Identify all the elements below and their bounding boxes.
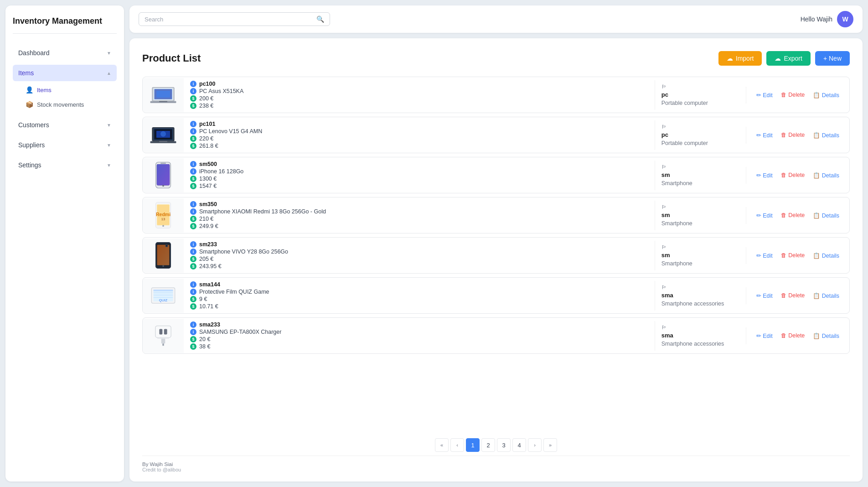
page-last-btn[interactable]: » (543, 438, 557, 452)
stock-movements-icon: 📦 (26, 101, 33, 108)
product-price2: 38 € (199, 343, 210, 350)
page-prev-btn[interactable]: ‹ (450, 438, 464, 452)
product-code: sm233 (199, 241, 217, 248)
edit-button[interactable]: ✏ Edit (754, 171, 775, 180)
svg-rect-15 (157, 164, 170, 186)
category-code: sma (661, 332, 739, 339)
sidebar-item-settings[interactable]: Settings ▼ (13, 157, 117, 173)
sidebar-sub-item-items-list[interactable]: 👤 Items (20, 83, 117, 97)
product-code-row: i pc101 (190, 121, 648, 127)
sidebar-section-dashboard: Dashboard ▼ (13, 45, 117, 61)
items-list-icon: 👤 (26, 86, 33, 93)
page-btn-2[interactable]: 2 (481, 438, 495, 452)
search-wrap[interactable]: 🔍 (139, 12, 330, 26)
sidebar-sub-item-stock-movements[interactable]: 📦 Stock movements (20, 98, 117, 111)
export-button[interactable]: ☁ Export (766, 51, 810, 66)
category-name: Smartphone accessories (661, 341, 739, 347)
search-icon[interactable]: 🔍 (316, 16, 324, 23)
product-list: i pc100 i PC Asus X515KA $ 200 € $ 238 €… (142, 77, 850, 429)
flag-icon: 🏳 (661, 84, 666, 89)
page-first-btn[interactable]: « (435, 438, 449, 452)
info-icon: i (190, 121, 196, 127)
details-button[interactable]: 📋 Details (810, 211, 842, 220)
details-button[interactable]: 📋 Details (810, 90, 842, 100)
dollar-icon-1: $ (190, 336, 196, 342)
sidebar-item-dashboard[interactable]: Dashboard ▼ (13, 45, 117, 61)
details-button[interactable]: 📋 Details (810, 171, 842, 180)
product-image: QUIZ (143, 279, 184, 313)
chevron-down-icon-suppliers: ▼ (107, 143, 111, 148)
delete-button[interactable]: 🗑 Delete (778, 331, 808, 340)
import-button[interactable]: ☁ Import (718, 51, 762, 66)
sidebar-item-items[interactable]: Items ▲ (13, 65, 117, 81)
page-next-btn[interactable]: › (528, 438, 542, 452)
page-btn-1[interactable]: 1 (466, 438, 480, 452)
search-input[interactable] (145, 16, 313, 23)
svg-rect-39 (161, 339, 165, 343)
dollar-icon-2: $ (190, 103, 196, 109)
sidebar-sub-items-label: Items (37, 87, 52, 93)
product-price2: 261.8 € (199, 143, 218, 149)
svg-rect-42 (164, 329, 167, 334)
edit-button[interactable]: ✏ Edit (754, 291, 775, 300)
category-flag: 🏳 (661, 84, 739, 89)
category-name: Smartphone (661, 220, 739, 227)
avatar: W (837, 11, 853, 27)
details-button[interactable]: 📋 Details (810, 251, 842, 260)
page-btn-3[interactable]: 3 (497, 438, 511, 452)
table-row: QUIZ i sma144 i Protective Film QUIZ Gam… (142, 277, 850, 314)
delete-button[interactable]: 🗑 Delete (778, 251, 808, 260)
new-button[interactable]: + New (815, 51, 850, 66)
product-price2-row: $ 243.95 € (190, 263, 648, 269)
details-button[interactable]: 📋 Details (810, 331, 842, 341)
product-actions: ✏ Edit 🗑 Delete 📋 Details (746, 247, 849, 264)
flag-icon: 🏳 (661, 325, 666, 330)
svg-text:13: 13 (161, 217, 165, 221)
delete-button[interactable]: 🗑 Delete (778, 211, 808, 220)
product-price1-row: $ 20 € (190, 336, 648, 342)
product-info: i pc100 i PC Asus X515KA $ 200 € $ 238 € (184, 77, 655, 113)
svg-rect-32 (154, 290, 173, 291)
sidebar-section-suppliers: Suppliers ▼ (13, 137, 117, 153)
info-icon: i (190, 201, 196, 207)
category-name: Smartphone (661, 260, 739, 267)
new-label: + New (823, 55, 842, 62)
import-label: Import (736, 55, 754, 62)
product-price1: 200 € (199, 95, 213, 102)
category-name: Smartphone (661, 180, 739, 187)
category-name: Portable computer (661, 140, 739, 146)
sidebar-item-customers[interactable]: Customers ▼ (13, 117, 117, 133)
dollar-icon-2: $ (190, 303, 196, 310)
page-btn-4[interactable]: 4 (512, 438, 526, 452)
footer-credit: Credit to @alibou (142, 467, 850, 472)
avatar-initials: W (842, 16, 848, 23)
delete-button[interactable]: 🗑 Delete (778, 291, 808, 300)
sidebar-item-suppliers[interactable]: Suppliers ▼ (13, 137, 117, 153)
flag-icon: 🏳 (661, 124, 666, 130)
details-button[interactable]: 📋 Details (810, 130, 842, 140)
edit-button[interactable]: ✏ Edit (754, 331, 775, 341)
category-flag: 🏳 (661, 164, 739, 170)
import-icon: ☁ (727, 55, 733, 62)
svg-rect-26 (157, 245, 170, 265)
info-icon-2: i (190, 88, 196, 94)
delete-button[interactable]: 🗑 Delete (778, 90, 808, 99)
edit-button[interactable]: ✏ Edit (754, 90, 775, 100)
sidebar-dashboard-label: Dashboard (18, 49, 50, 57)
sidebar-items-label: Items (18, 69, 34, 77)
table-row: i sm233 i Smartphone VIVO Y28 8Go 256Go … (142, 237, 850, 274)
details-button[interactable]: 📋 Details (810, 291, 842, 300)
product-price2-row: $ 249.9 € (190, 223, 648, 229)
delete-button[interactable]: 🗑 Delete (778, 171, 808, 180)
product-code: sm500 (199, 161, 217, 167)
product-category: 🏳 pc Portable computer (655, 80, 746, 110)
delete-button[interactable]: 🗑 Delete (778, 130, 808, 140)
category-flag: 🏳 (661, 124, 739, 130)
pagination: « ‹ 1 2 3 4 › » (142, 438, 850, 452)
export-label: Export (784, 55, 802, 62)
edit-button[interactable]: ✏ Edit (754, 251, 775, 260)
edit-button[interactable]: ✏ Edit (754, 130, 775, 140)
product-category: 🏳 sma Smartphone accessories (655, 281, 746, 311)
export-icon: ☁ (775, 55, 781, 62)
edit-button[interactable]: ✏ Edit (754, 211, 775, 220)
